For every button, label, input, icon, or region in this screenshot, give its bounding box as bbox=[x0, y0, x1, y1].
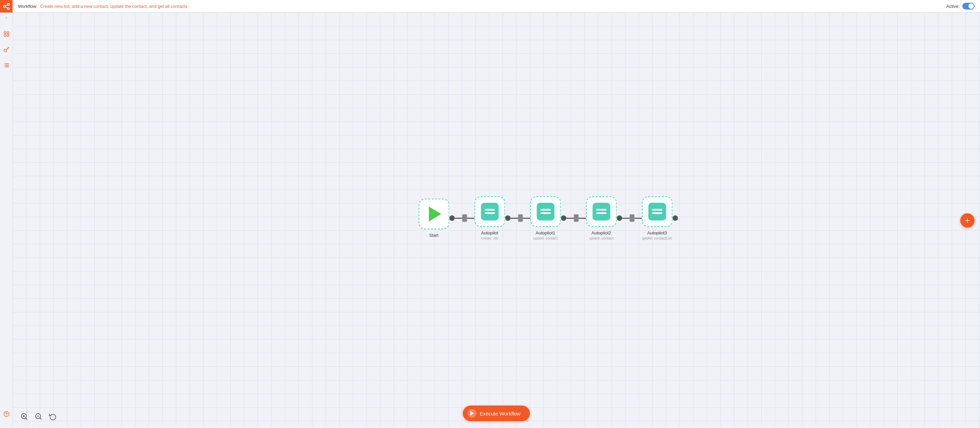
svg-point-9 bbox=[4, 49, 6, 52]
workflow-canvas: Start Autopilot create: list bbox=[13, 13, 490, 214]
svg-line-3 bbox=[5, 7, 7, 8]
workflow-label: Workflow: bbox=[18, 4, 37, 9]
node-start: Start bbox=[418, 199, 449, 214]
sidebar: › bbox=[0, 0, 13, 214]
svg-rect-8 bbox=[7, 35, 8, 37]
play-icon bbox=[429, 207, 441, 214]
workflow-nodes: Start Autopilot create: list bbox=[418, 196, 490, 214]
node-autopilot: Autopilot create: list bbox=[474, 196, 490, 214]
svg-rect-5 bbox=[4, 32, 6, 33]
logo-button[interactable] bbox=[0, 0, 13, 13]
autopilot-icon bbox=[481, 203, 490, 214]
list-icon[interactable] bbox=[2, 61, 11, 71]
svg-line-4 bbox=[5, 5, 7, 6]
header: Workflow: Create new list, add a new con… bbox=[13, 0, 490, 13]
diagram-icon[interactable] bbox=[2, 30, 11, 40]
autopilot-line-2 bbox=[485, 212, 490, 214]
start-node-box[interactable] bbox=[418, 199, 449, 214]
svg-rect-6 bbox=[7, 32, 8, 33]
sidebar-toggle[interactable]: › bbox=[5, 14, 8, 21]
autopilot-line-1 bbox=[485, 209, 490, 211]
autopilot-node-box[interactable] bbox=[474, 196, 490, 214]
workflow-name: Create new list, add a new contact, upda… bbox=[40, 4, 187, 9]
key-icon[interactable] bbox=[2, 45, 11, 56]
svg-rect-7 bbox=[4, 35, 6, 37]
